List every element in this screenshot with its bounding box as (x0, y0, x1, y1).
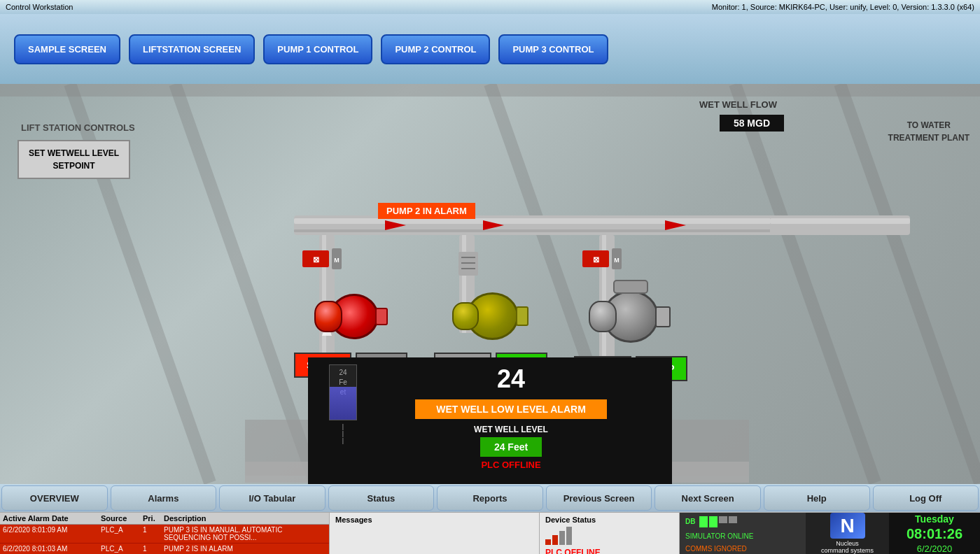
btn-next-screen[interactable]: Next Screen (654, 485, 761, 511)
wet-well-info: 24 WET WELL LOW LEVEL ALARM WET WELL LEV… (364, 364, 658, 470)
alarm-header: Active Alarm Date Source Pri. Descriptio… (0, 513, 329, 525)
nav-pump3-control[interactable]: PUMP 3 CONTROL (498, 34, 608, 64)
btn-io-tabular[interactable]: I/O Tabular (219, 485, 326, 511)
btn-status[interactable]: Status (328, 485, 435, 511)
device-status-area: Device Status PLC OFFLINE (539, 513, 679, 554)
btn-alarms[interactable]: Alarms (111, 485, 217, 511)
svg-rect-30 (458, 252, 478, 276)
device-status-label: Device Status (545, 516, 673, 524)
pump2-motor (449, 287, 533, 350)
clock-area: Tuesday 08:01:26 6/2/2020 (889, 513, 980, 554)
svg-text:⊠: ⊠ (313, 255, 319, 264)
svg-text:⊠: ⊠ (593, 255, 599, 264)
plc-offline-text: PLC OFFLINE (481, 460, 540, 470)
plc-offline-indicator: WET WELL LEVEL 24 Feet PLC OFFLINE (474, 425, 548, 470)
nav-pump2-control[interactable]: PUMP 2 CONTROL (381, 34, 490, 64)
svg-marker-11 (385, 220, 406, 230)
svg-marker-13 (665, 220, 686, 230)
btn-overview[interactable]: OVERVIEW (1, 485, 108, 511)
alarm-col-source-header: Source (101, 514, 143, 523)
nucleus-n-logo: N (830, 513, 865, 539)
svg-rect-28 (612, 248, 622, 269)
messages-label: Messages (335, 516, 533, 524)
db-label: DB (685, 516, 695, 528)
alarm-desc-1: PUMP 3 IS IN MANUAL. AUTOMATIC SEQUENCIN… (164, 526, 326, 541)
messages-area: Messages (329, 513, 539, 554)
title-bar: Control Workstation Monitor: 1, Source: … (0, 0, 980, 14)
simulator-online-label: SIMULATOR ONLINE (685, 530, 799, 543)
nucleus-text: Nucleuscommand systems (821, 540, 874, 554)
btn-reports[interactable]: Reports (437, 485, 543, 511)
nav-liftstation-screen[interactable]: LIFTSTATION SCREEN (129, 34, 255, 64)
system-info-area: DB SIMULATOR ONLINE COMMS IGNORED (679, 513, 805, 554)
btn-previous-screen[interactable]: Previous Screen (546, 485, 652, 511)
svg-rect-20 (770, 215, 910, 235)
alarm-col-pri-header: Pri. (143, 514, 164, 523)
clock-day: Tuesday (915, 513, 954, 525)
lift-station-label: LIFT STATION CONTROLS (21, 122, 135, 133)
wet-well-display: 24Feet | | | 24 WET WELL LOW LEVEL ALARM (308, 357, 672, 484)
plc-offline-status: PLC OFFLINE (545, 548, 673, 554)
alarm-pri-2: 1 (143, 545, 164, 553)
wet-well-level-label: WET WELL LEVEL (474, 425, 548, 434)
main-area: ⊠ M ⊠ M LIFT STATION CONTROLS SET WETWEL… (0, 84, 980, 484)
alarm-row-2: 6/2/2020 8:01:03 AM PLC_A 1 PUMP 2 IS IN… (0, 544, 329, 554)
svg-rect-24 (332, 248, 342, 269)
svg-rect-21 (770, 218, 910, 224)
nav-bar: SAMPLE SCREEN LIFTSTATION SCREEN PUMP 1 … (0, 14, 980, 84)
svg-rect-5 (0, 84, 980, 97)
svg-line-1 (175, 84, 315, 483)
app-name: Control Workstation (6, 3, 73, 11)
set-wetwell-button[interactable]: SET WETWELL LEVELSETPOINT (18, 140, 130, 179)
svg-text:M: M (614, 257, 620, 264)
alarm-col-desc-header: Description (164, 514, 326, 523)
alarm-row-1: 6/2/2020 8:01:09 AM PLC_A 1 PUMP 3 IS IN… (0, 525, 329, 544)
nucleus-logo: N Nucleuscommand systems (805, 513, 889, 554)
pump3-motor (585, 287, 676, 353)
svg-text:M: M (334, 257, 340, 264)
btn-help[interactable]: Help (764, 485, 870, 511)
alarm-list: Active Alarm Date Source Pri. Descriptio… (0, 513, 329, 554)
wet-well-alarm-label: WET WELL LOW LEVEL ALARM (415, 399, 607, 419)
status-bar: Active Alarm Date Source Pri. Descriptio… (0, 512, 980, 554)
alarm-date-2: 6/2/2020 8:01:03 AM (3, 545, 101, 553)
pump2-alarm-label: PUMP 2 IN ALARM (378, 203, 475, 219)
svg-rect-9 (294, 218, 868, 224)
nav-sample-screen[interactable]: SAMPLE SCREEN (14, 34, 120, 64)
alarm-source-2: PLC_A (101, 545, 143, 553)
system-info-lines: DB SIMULATOR ONLINE COMMS IGNORED (685, 516, 799, 554)
bottom-nav: OVERVIEW Alarms I/O Tabular Status Repor… (0, 484, 980, 512)
svg-rect-22 (302, 250, 329, 267)
wet-well-flow-label: WET WELL FLOW (699, 99, 777, 110)
to-water-label: TO WATERTREATMENT PLANT (888, 119, 969, 144)
alarm-source-1: PLC_A (101, 526, 143, 541)
wet-well-level-value: 24 Feet (480, 437, 542, 457)
alarm-desc-2: PUMP 2 IS IN ALARM (164, 545, 326, 553)
clock-date: 6/2/2020 (917, 544, 953, 554)
svg-rect-10 (294, 229, 868, 232)
pump1-motor (309, 287, 393, 350)
comms-ignored-label: COMMS IGNORED (685, 543, 799, 554)
svg-rect-26 (582, 250, 609, 267)
alarm-col-date-header: Active Alarm Date (3, 514, 101, 523)
alarm-pri-1: 1 (143, 526, 164, 541)
wet-well-gauge: 24Feet | | | (322, 364, 364, 470)
wet-well-flow-value: 58 MGD (720, 115, 784, 132)
clock-time: 08:01:26 (906, 526, 962, 542)
btn-log-off[interactable]: Log Off (873, 485, 979, 511)
wet-well-value: 24 (497, 364, 525, 394)
alarm-date-1: 6/2/2020 8:01:09 AM (3, 526, 101, 541)
svg-line-3 (735, 84, 875, 483)
system-info: Monitor: 1, Source: MKIRK64-PC, User: un… (712, 3, 974, 11)
svg-marker-12 (483, 220, 504, 230)
nav-pump1-control[interactable]: PUMP 1 CONTROL (263, 34, 372, 64)
